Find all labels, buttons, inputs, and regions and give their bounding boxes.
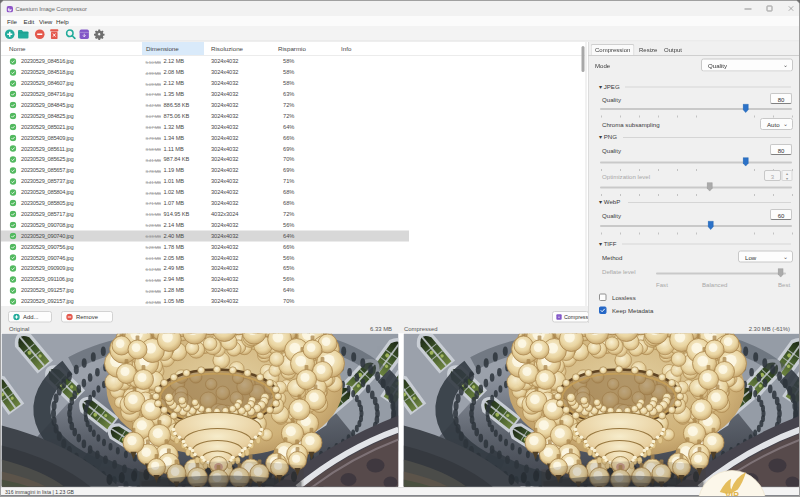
svg-text:VIP: VIP — [725, 490, 739, 497]
